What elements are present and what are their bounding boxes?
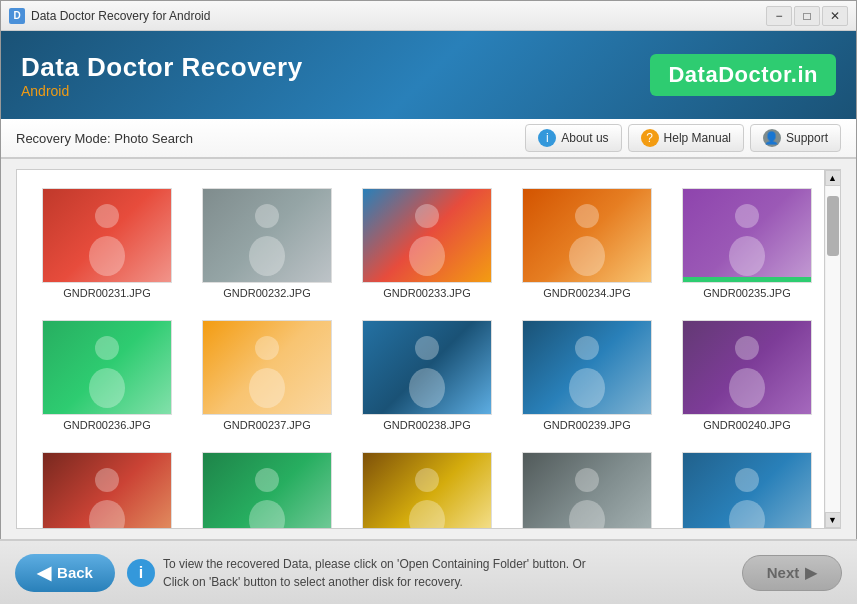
svg-point-19	[729, 368, 765, 408]
scroll-up-button[interactable]: ▲	[825, 170, 841, 186]
photo-thumbnail[interactable]	[202, 452, 332, 528]
support-icon: 👤	[763, 129, 781, 147]
app-subtitle: Android	[21, 83, 650, 99]
about-us-label: About us	[561, 131, 608, 145]
photo-item: GNDR00245.JPG	[667, 444, 827, 528]
help-manual-button[interactable]: ? Help Manual	[628, 124, 744, 152]
svg-point-26	[575, 468, 599, 492]
photo-item: GNDR00235.JPG	[667, 180, 827, 307]
maximize-button[interactable]: □	[794, 6, 820, 26]
photo-filename: GNDR00235.JPG	[703, 287, 790, 299]
svg-point-8	[735, 204, 759, 228]
info-area: i To view the recovered Data, please cli…	[127, 555, 730, 591]
photo-item: GNDR00244.JPG	[507, 444, 667, 528]
svg-point-20	[95, 468, 119, 492]
svg-point-0	[95, 204, 119, 228]
titlebar-controls: − □ ✕	[766, 6, 848, 26]
photo-thumbnail[interactable]	[362, 320, 492, 415]
svg-point-12	[255, 336, 279, 360]
svg-point-15	[409, 368, 445, 408]
svg-point-10	[95, 336, 119, 360]
logo: DataDoctor.in	[650, 54, 836, 96]
photo-thumbnail[interactable]	[42, 452, 172, 528]
svg-point-29	[729, 500, 765, 529]
svg-point-5	[409, 236, 445, 276]
photo-thumbnail[interactable]	[42, 188, 172, 283]
svg-point-2	[255, 204, 279, 228]
photo-item: GNDR00240.JPG	[667, 312, 827, 439]
scrollbar[interactable]: ▲ ▼	[824, 170, 840, 528]
svg-point-25	[409, 500, 445, 529]
svg-point-22	[255, 468, 279, 492]
support-label: Support	[786, 131, 828, 145]
photo-thumbnail[interactable]	[522, 320, 652, 415]
photo-thumbnail[interactable]	[682, 188, 812, 283]
app-title-area: Data Doctor Recovery Android	[21, 52, 650, 99]
navbar: Recovery Mode: Photo Search i About us ?…	[1, 119, 856, 159]
svg-point-24	[415, 468, 439, 492]
svg-point-11	[89, 368, 125, 408]
photo-filename: GNDR00233.JPG	[383, 287, 470, 299]
photo-item: GNDR00233.JPG	[347, 180, 507, 307]
close-button[interactable]: ✕	[822, 6, 848, 26]
photo-item: GNDR00234.JPG	[507, 180, 667, 307]
photo-item: GNDR00236.JPG	[27, 312, 187, 439]
svg-point-4	[415, 204, 439, 228]
photo-thumbnail[interactable]	[522, 452, 652, 528]
photo-filename: GNDR00234.JPG	[543, 287, 630, 299]
back-label: Back	[57, 564, 93, 581]
nav-buttons: i About us ? Help Manual 👤 Support	[525, 124, 841, 152]
photo-gallery: GNDR00231.JPG GNDR00232.JPG GNDR00233.JP…	[16, 169, 841, 529]
photo-thumbnail[interactable]	[682, 320, 812, 415]
about-us-button[interactable]: i About us	[525, 124, 621, 152]
info-icon: i	[538, 129, 556, 147]
header: Data Doctor Recovery Android DataDoctor.…	[1, 31, 856, 119]
scroll-down-button[interactable]: ▼	[825, 512, 841, 528]
photo-thumbnail[interactable]	[202, 188, 332, 283]
svg-point-21	[89, 500, 125, 529]
photo-item: GNDR00237.JPG	[187, 312, 347, 439]
photo-filename: GNDR00236.JPG	[63, 419, 150, 431]
info-text: To view the recovered Data, please click…	[163, 555, 586, 591]
photo-thumbnail[interactable]	[362, 188, 492, 283]
minimize-button[interactable]: −	[766, 6, 792, 26]
photo-item: GNDR00241.JPG	[27, 444, 187, 528]
photo-filename: GNDR00231.JPG	[63, 287, 150, 299]
svg-point-13	[249, 368, 285, 408]
app-title: Data Doctor Recovery	[21, 52, 650, 83]
photo-thumbnail[interactable]	[202, 320, 332, 415]
svg-point-7	[569, 236, 605, 276]
next-label: Next	[767, 564, 800, 581]
photo-filename: GNDR00232.JPG	[223, 287, 310, 299]
svg-point-1	[89, 236, 125, 276]
photo-thumbnail[interactable]	[522, 188, 652, 283]
svg-point-18	[735, 336, 759, 360]
info-line-2: Click on 'Back' button to select another…	[163, 575, 463, 589]
svg-point-9	[729, 236, 765, 276]
help-manual-label: Help Manual	[664, 131, 731, 145]
titlebar: D Data Doctor Recovery for Android − □ ✕	[1, 1, 856, 31]
app-icon-letter: D	[13, 10, 20, 21]
photo-filename: GNDR00240.JPG	[703, 419, 790, 431]
photo-thumbnail[interactable]	[682, 452, 812, 528]
app-icon: D	[9, 8, 25, 24]
photo-item: GNDR00239.JPG	[507, 312, 667, 439]
photo-thumbnail[interactable]	[362, 452, 492, 528]
svg-point-28	[735, 468, 759, 492]
bottom-bar: ◀ Back i To view the recovered Data, ple…	[0, 539, 857, 604]
support-button[interactable]: 👤 Support	[750, 124, 841, 152]
photo-filename: GNDR00237.JPG	[223, 419, 310, 431]
scroll-thumb[interactable]	[827, 196, 839, 256]
next-arrow-icon: ▶	[805, 564, 817, 582]
next-button[interactable]: Next ▶	[742, 555, 842, 591]
back-button[interactable]: ◀ Back	[15, 554, 115, 592]
photo-filename: GNDR00239.JPG	[543, 419, 630, 431]
photo-item: GNDR00242.JPG	[187, 444, 347, 528]
recovery-mode-label: Recovery Mode: Photo Search	[16, 131, 193, 146]
scroll-track[interactable]	[826, 186, 840, 512]
photo-grid: GNDR00231.JPG GNDR00232.JPG GNDR00233.JP…	[17, 170, 840, 528]
photo-item: GNDR00238.JPG	[347, 312, 507, 439]
info-circle-icon: i	[127, 559, 155, 587]
photo-thumbnail[interactable]	[42, 320, 172, 415]
svg-point-17	[569, 368, 605, 408]
